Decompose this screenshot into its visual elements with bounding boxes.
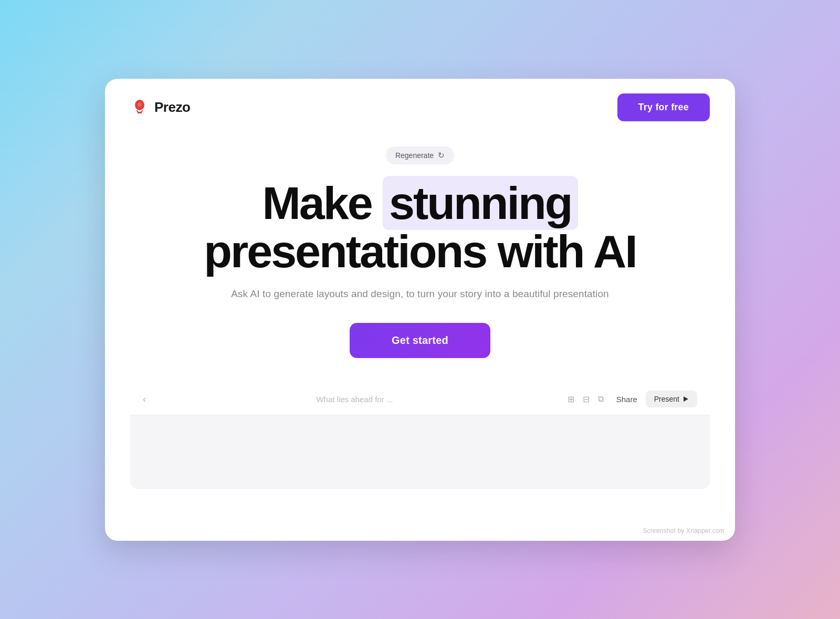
demo-bar-container: ‹ What lies ahead for ... ⊞ ⊟ ⧉ Share Pr…: [130, 383, 710, 489]
svg-rect-1: [138, 112, 142, 113]
play-icon: [682, 396, 689, 402]
comment-icon[interactable]: ⊟: [583, 394, 590, 404]
demo-input-placeholder[interactable]: What lies ahead for ...: [154, 395, 555, 404]
regenerate-icon: ↻: [438, 151, 445, 160]
brand-name: Prezo: [154, 99, 190, 116]
get-started-button[interactable]: Get started: [350, 323, 490, 358]
hero-section: Regenerate ↻ Make stunning presentations…: [105, 136, 735, 541]
bulb-icon: [130, 98, 149, 117]
demo-bar-icons: ⊞ ⊟ ⧉: [568, 394, 604, 404]
demo-content-area: [130, 415, 710, 489]
regenerate-label: Regenerate: [395, 151, 434, 160]
headline: Make stunning presentations with AI: [204, 179, 636, 276]
share-button[interactable]: Share: [616, 395, 637, 404]
demo-bar: ‹ What lies ahead for ... ⊞ ⊟ ⧉ Share Pr…: [130, 383, 710, 415]
demo-bar-right: Share Present: [616, 391, 697, 407]
main-card: Prezo Try for free Regenerate ↻ Make stu…: [105, 79, 735, 541]
layout-icon[interactable]: ⊞: [568, 394, 574, 404]
svg-marker-3: [684, 396, 688, 402]
logo-area: Prezo: [130, 98, 190, 117]
regenerate-pill[interactable]: Regenerate ↻: [386, 146, 454, 164]
try-for-free-button[interactable]: Try for free: [617, 93, 710, 121]
back-button[interactable]: ‹: [143, 394, 146, 405]
navbar: Prezo Try for free: [105, 79, 735, 136]
headline-highlight: stunning: [383, 176, 578, 230]
watermark: Screenshot by Xnapper.com: [643, 527, 724, 534]
subheadline: Ask AI to generate layouts and design, t…: [231, 288, 609, 300]
svg-point-2: [138, 102, 142, 107]
headline-line2: presentations with AI: [204, 227, 636, 276]
present-label: Present: [654, 395, 679, 403]
copy-icon[interactable]: ⧉: [598, 394, 604, 404]
present-button[interactable]: Present: [646, 391, 697, 407]
headline-line1: Make stunning: [204, 179, 636, 227]
